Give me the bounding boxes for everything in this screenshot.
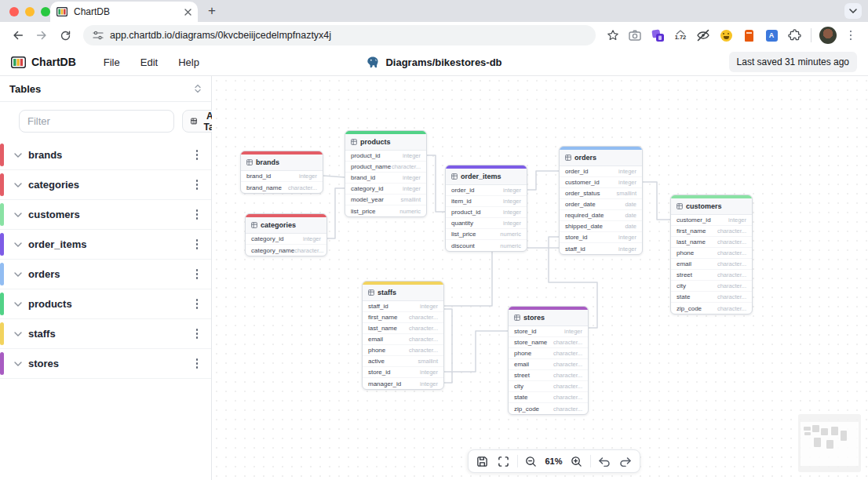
field-row-order_items-product_id[interactable]: product_idinteger (446, 207, 527, 218)
field-row-staffs-email[interactable]: emailcharacter... (363, 334, 443, 345)
site-info-icon[interactable] (93, 31, 104, 40)
field-row-customers-phone[interactable]: phonecharacter... (671, 248, 752, 259)
sidebar-item-staffs[interactable]: staffs (0, 319, 211, 349)
field-row-products-product_name[interactable]: product_namecharacter... (345, 162, 426, 173)
field-row-orders-staff_id[interactable]: staff_idinteger (560, 243, 642, 254)
translate-extension-button[interactable]: A (762, 26, 781, 45)
tab-search-button[interactable] (844, 3, 862, 19)
field-row-stores-email[interactable]: emailcharacter... (509, 359, 588, 370)
field-row-brands-brand_name[interactable]: brand_namecharacter... (241, 182, 323, 193)
field-row-staffs-manager_id[interactable]: manager_idinteger (363, 378, 443, 389)
sidebar-item-order_items[interactable]: order_items (0, 230, 211, 260)
field-row-staffs-phone[interactable]: phonecharacter... (363, 345, 443, 356)
chevron-down-icon[interactable] (14, 332, 22, 336)
forward-button[interactable] (31, 25, 52, 45)
table-node-header[interactable]: customers (671, 198, 752, 215)
visibility-extension-button[interactable] (694, 26, 713, 45)
browser-menu-button[interactable] (841, 26, 860, 45)
tab-close-icon[interactable] (184, 9, 191, 16)
url-text[interactable]: app.chartdb.io/diagrams/0kvcbeiijcedelmp… (110, 30, 586, 41)
edge-categories.category_id-products.category_id[interactable] (327, 188, 345, 238)
profile-button[interactable] (819, 26, 837, 45)
redo-button[interactable] (615, 452, 636, 471)
zoom-window-button[interactable] (41, 7, 50, 16)
table-menu-button[interactable] (194, 176, 201, 193)
table-menu-button[interactable] (194, 236, 201, 253)
field-row-stores-state[interactable]: statecharacter... (509, 392, 588, 403)
field-row-products-brand_id[interactable]: brand_idinteger (345, 173, 426, 184)
table-menu-button[interactable] (194, 266, 201, 282)
field-row-orders-shipped_date[interactable]: shipped_datedate (560, 221, 642, 232)
table-node-customers[interactable]: customerscustomer_idintegerfirst_namecha… (670, 195, 753, 315)
table-node-header[interactable]: order_items (446, 169, 527, 185)
table-node-staffs[interactable]: staffsstaff_idintegerfirst_namecharacter… (362, 281, 444, 390)
diagram-title-group[interactable]: Diagrams/bikestores-db (366, 56, 501, 69)
table-node-orders[interactable]: ordersorder_idintegercustomer_idintegero… (559, 146, 643, 255)
field-row-stores-zip_code[interactable]: zip_codecharacter... (509, 403, 588, 414)
edge-products.product_id-order_items.product_id[interactable] (427, 155, 445, 212)
table-node-order_items[interactable]: order_itemsorder_idintegeritem_idinteger… (445, 165, 527, 252)
field-row-staffs-active[interactable]: activesmallint (363, 356, 443, 367)
close-window-button[interactable] (9, 7, 19, 16)
chevron-down-icon[interactable] (14, 242, 22, 247)
table-node-stores[interactable]: storesstore_idintegerstore_namecharacter… (508, 306, 589, 415)
edge-orders.customer_id-customers.customer_id[interactable] (643, 182, 670, 220)
fit-view-button[interactable] (493, 452, 513, 471)
table-node-categories[interactable]: categoriescategory_idintegercategory_nam… (245, 213, 327, 256)
zoom-in-button[interactable] (567, 452, 587, 471)
hydrant-extension-button[interactable] (739, 26, 758, 45)
edge-orders.staff_id-staffs.staff_id[interactable] (444, 248, 559, 306)
sidebar-item-brands[interactable]: brands (0, 140, 211, 170)
back-button[interactable] (8, 25, 28, 45)
table-node-header[interactable]: brands (241, 155, 323, 171)
field-row-order_items-item_id[interactable]: item_idinteger (446, 196, 527, 207)
field-row-stores-street[interactable]: streetcharacter... (509, 370, 588, 381)
field-row-order_items-list_price[interactable]: list_pricenumeric (446, 229, 527, 240)
table-menu-button[interactable] (194, 355, 201, 372)
table-node-header[interactable]: categories (246, 217, 326, 234)
edge-brands.brand_id-products.brand_id[interactable] (323, 176, 345, 177)
field-row-order_items-order_id[interactable]: order_idinteger (446, 185, 527, 196)
field-row-orders-store_id[interactable]: store_idinteger (560, 232, 642, 243)
field-row-customers-first_name[interactable]: first_namecharacter... (671, 226, 752, 237)
table-node-products[interactable]: productsproduct_idintegerproduct_namecha… (345, 130, 427, 217)
field-row-customers-state[interactable]: statecharacter... (671, 292, 752, 303)
extensions-menu-button[interactable] (785, 26, 804, 45)
field-row-orders-customer_id[interactable]: customer_idinteger (560, 177, 642, 188)
edge-order_items.order_id-orders.order_id[interactable] (527, 171, 559, 190)
chevron-down-icon[interactable] (14, 183, 22, 187)
chevron-down-icon[interactable] (14, 362, 22, 366)
sidebar-item-categories[interactable]: categories (0, 170, 211, 200)
field-row-order_items-discount[interactable]: discountnumeric (446, 240, 527, 251)
field-row-products-category_id[interactable]: category_idinteger (345, 184, 426, 195)
menu-file[interactable]: File (93, 53, 130, 72)
emoji-extension-button[interactable] (717, 26, 735, 45)
table-menu-button[interactable] (194, 206, 201, 223)
sidebar-item-stores[interactable]: stores (0, 349, 211, 379)
new-tab-button[interactable]: + (202, 2, 221, 20)
chevrons-up-down-icon[interactable] (194, 84, 202, 93)
ratio-extension-button[interactable]: 1.72 (671, 26, 690, 45)
field-row-order_items-quantity[interactable]: quantityinteger (446, 218, 527, 229)
table-node-header[interactable]: staffs (363, 285, 443, 301)
browser-tab[interactable]: ChartDB (50, 2, 198, 22)
table-node-header[interactable]: orders (560, 150, 642, 166)
field-row-staffs-store_id[interactable]: store_idinteger (363, 367, 443, 378)
menu-help[interactable]: Help (168, 53, 210, 72)
field-row-customers-city[interactable]: citycharacter... (671, 281, 752, 292)
table-menu-button[interactable] (194, 296, 201, 312)
sidebar-item-orders[interactable]: orders (0, 260, 211, 289)
table-node-header[interactable]: stores (509, 310, 588, 326)
field-row-orders-order_status[interactable]: order_statussmallint (560, 188, 642, 199)
save-button[interactable] (472, 452, 492, 471)
field-row-stores-store_id[interactable]: store_idinteger (509, 326, 588, 337)
screenshot-extension-button[interactable] (625, 26, 644, 45)
table-node-header[interactable]: products (345, 134, 426, 151)
last-saved-button[interactable]: Last saved 31 minutes ago (729, 52, 857, 72)
cards-extension-button[interactable] (648, 26, 667, 45)
table-node-brands[interactable]: brandsbrand_idintegerbrand_namecharacter… (240, 151, 323, 194)
minimize-window-button[interactable] (25, 7, 35, 16)
table-menu-button[interactable] (194, 147, 201, 163)
zoom-out-button[interactable] (520, 452, 541, 471)
edge-staffs.store_id-stores.store_id[interactable] (444, 331, 508, 372)
